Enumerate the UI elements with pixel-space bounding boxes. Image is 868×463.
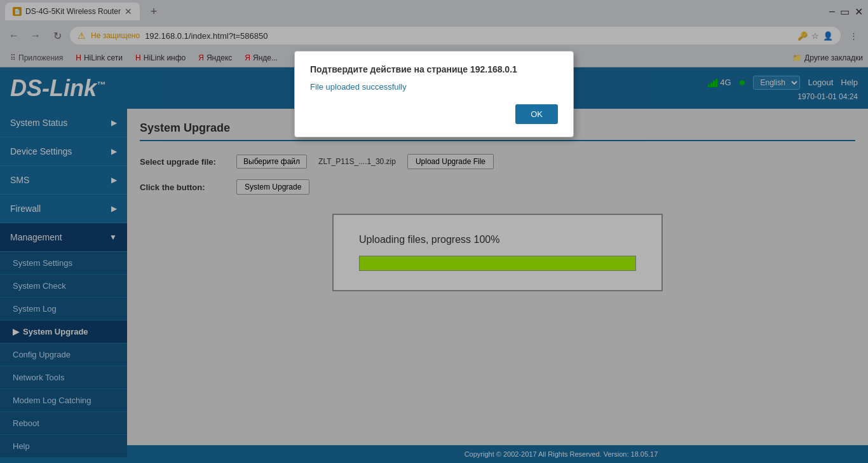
dialog-buttons: OK — [310, 104, 558, 124]
dialog-overlay: Подтвердите действие на странице 192.168… — [0, 0, 868, 463]
dialog-title: Подтвердите действие на странице 192.168… — [310, 64, 558, 74]
dialog-box: Подтвердите действие на странице 192.168… — [294, 51, 574, 137]
dialog-ok-button[interactable]: OK — [515, 104, 558, 124]
dialog-message: File uploaded successfully — [310, 82, 558, 92]
